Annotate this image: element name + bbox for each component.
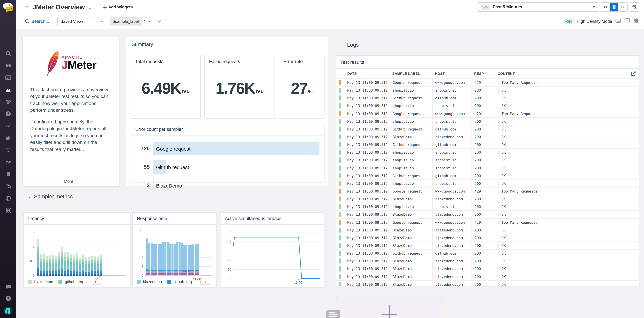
expand-chevron-icon[interactable]: ❯ — [498, 213, 500, 216]
stacked-bar[interactable] — [148, 243, 150, 276]
stacked-bar[interactable] — [58, 252, 60, 276]
density-toggle[interactable]: ON — [564, 19, 574, 24]
stacked-bar[interactable] — [85, 257, 87, 276]
sampler-metrics-section-header[interactable]: ⌄ Sampler metrics — [28, 194, 73, 200]
apm-icon[interactable] — [5, 123, 11, 129]
stacked-bar[interactable] — [97, 257, 99, 276]
stacked-bar[interactable] — [79, 258, 81, 276]
legend-more-badge[interactable]: +3 — [92, 279, 101, 285]
settings-gear-icon[interactable] — [633, 18, 639, 25]
column-content[interactable]: CONTENT — [495, 72, 631, 75]
stacked-bar[interactable] — [88, 257, 90, 276]
log-row[interactable]: May 13 11:00:09.512BlazeDemoblazedemo.co… — [336, 242, 639, 250]
log-row[interactable]: May 13 11:00:09.512shopist.ioshopist.io2… — [336, 164, 639, 172]
stacked-bar[interactable] — [181, 243, 183, 276]
search-button[interactable]: Search... — [25, 19, 49, 24]
stacked-bar[interactable] — [94, 256, 96, 276]
log-row[interactable]: May 13 11:00:09.512BlazeDemoblazedemo.co… — [336, 273, 639, 281]
stacked-bar[interactable] — [183, 245, 185, 276]
stacked-bar[interactable] — [46, 256, 48, 276]
log-row[interactable]: May 13 11:00:09.512Github requestgithub.… — [336, 172, 639, 180]
integrations-icon[interactable] — [5, 135, 11, 141]
expand-chevron-icon[interactable]: ❯ — [498, 182, 500, 185]
stacked-bar[interactable] — [164, 242, 166, 276]
legend-item[interactable]: blazedemo — [28, 280, 53, 284]
stacked-bar[interactable] — [188, 245, 190, 276]
time-range-picker[interactable]: 5m Past 5 Minutes ▼ — [478, 2, 598, 12]
datadog-logo[interactable]: STAGING — [2, 3, 14, 15]
favorite-star-icon[interactable]: ☆ — [25, 4, 29, 10]
log-row[interactable]: May 13 11:00:09.512Github requestgithub.… — [336, 125, 639, 133]
expand-chevron-icon[interactable]: ❯ — [498, 89, 500, 92]
column-response-code[interactable]: RESP... — [472, 72, 495, 75]
expand-chevron-icon[interactable]: ❯ — [498, 205, 500, 209]
log-row[interactable]: May 13 11:00:09.512shopist.ioshopist.io2… — [336, 156, 639, 164]
expand-chevron-icon[interactable]: ❯ — [498, 252, 500, 255]
logs-section-header[interactable]: ⌄ Logs — [341, 42, 359, 48]
template-variable-sample-label[interactable]: $sample_label * ▼ — [110, 17, 153, 26]
stacked-bar[interactable] — [155, 244, 157, 276]
metrics-icon[interactable] — [5, 86, 11, 93]
pause-button[interactable] — [610, 3, 618, 11]
log-row[interactable]: May 13 11:00:09.512Google requestwww.goo… — [336, 219, 639, 226]
expand-chevron-icon[interactable]: ❯ — [498, 120, 500, 123]
toplist-row[interactable]: 55Github request — [131, 159, 320, 175]
expand-chevron-icon[interactable]: ❯ — [498, 221, 500, 224]
log-row[interactable]: May 13 11:00:09.512BlazeDemoblazedemo.co… — [336, 281, 639, 286]
stacked-bar[interactable] — [186, 245, 188, 276]
log-row[interactable]: May 13 11:00:09.512BlazeDemoblazedemo.co… — [336, 257, 639, 265]
stacked-bar[interactable] — [197, 244, 199, 276]
log-row[interactable]: May 13 11:00:09.512BlazeDemoblazedemo.co… — [336, 133, 639, 141]
add-widgets-button[interactable]: Add Widgets — [100, 3, 136, 11]
stacked-bar[interactable] — [64, 252, 66, 276]
legend-item[interactable]: github_req... — [167, 280, 195, 284]
expand-chevron-icon[interactable]: ❯ — [498, 135, 500, 139]
expand-chevron-icon[interactable]: ❯ — [498, 236, 500, 240]
stacked-bar[interactable] — [190, 245, 192, 276]
zoom-out-button[interactable] — [630, 2, 639, 12]
expand-chevron-icon[interactable]: ❯ — [498, 283, 500, 286]
synthetics-icon[interactable] — [5, 159, 11, 165]
log-explorer-icon[interactable] — [5, 183, 11, 189]
dragged-widget-ghost-icon[interactable] — [326, 310, 340, 318]
stacked-bar[interactable] — [169, 244, 171, 276]
log-row[interactable]: May 13 11:00:09.512Google requestwww.goo… — [336, 79, 639, 86]
expand-chevron-icon[interactable]: ❯ — [498, 228, 500, 232]
log-row[interactable]: May 13 11:00:09.512Github requestgithub.… — [336, 94, 639, 102]
stacked-bar[interactable] — [162, 242, 164, 276]
expand-chevron-icon[interactable]: ❯ — [498, 96, 500, 100]
help-icon[interactable]: ? — [5, 295, 11, 301]
expand-chevron-icon[interactable]: ❯ — [498, 104, 500, 107]
stacked-bar[interactable] — [167, 242, 169, 276]
expand-chevron-icon[interactable]: ❯ — [498, 166, 500, 170]
stacked-bar[interactable] — [37, 239, 39, 276]
stacked-bar[interactable] — [146, 238, 148, 276]
column-date[interactable]: ↓DATE — [336, 72, 390, 75]
stacked-bar[interactable] — [49, 255, 51, 276]
stacked-bar[interactable] — [172, 243, 174, 276]
keyboard-shortcuts-icon[interactable] — [615, 18, 621, 25]
forward-button[interactable] — [618, 3, 627, 11]
toplist-row[interactable]: 720Google request — [131, 140, 320, 157]
expand-chevron-icon[interactable]: ❯ — [498, 151, 500, 154]
log-row[interactable]: May 13 11:00:09.512BlazeDemoblazedemo.co… — [336, 195, 639, 203]
column-sample-label[interactable]: SAMPLE LABEL — [390, 72, 432, 75]
log-row[interactable]: May 13 11:00:09.512BlazeDemoblazedemo.co… — [336, 226, 639, 234]
legend-item[interactable]: blazedemo — [136, 280, 162, 284]
log-row[interactable]: May 13 11:00:09.512shopist.ioshopist.io2… — [336, 203, 639, 211]
log-row[interactable]: May 13 11:00:09.512BlazeDemoblazedemo.co… — [336, 211, 639, 219]
toplist-row[interactable]: 3BlazeDemo — [131, 177, 320, 194]
stacked-bar[interactable] — [67, 252, 69, 276]
more-button[interactable]: More ⌄ — [23, 176, 120, 186]
expand-chevron-icon[interactable]: ❯ — [498, 275, 500, 278]
expand-chevron-icon[interactable]: ❯ — [498, 81, 500, 84]
stacked-bar[interactable] — [174, 244, 176, 276]
saved-views-select[interactable]: Saved Views ▼ — [58, 17, 106, 26]
log-row[interactable]: May 13 11:00:09.512Github requestgithub.… — [336, 250, 639, 257]
stacked-bar[interactable] — [100, 255, 102, 276]
stacked-bar[interactable] — [151, 243, 153, 276]
log-row[interactable]: May 13 11:00:09.512shopist.ioshopist.io2… — [336, 149, 639, 156]
stacked-bar[interactable] — [40, 254, 42, 276]
expand-chevron-icon[interactable]: ❯ — [498, 244, 500, 247]
stacked-bar[interactable] — [52, 255, 54, 276]
